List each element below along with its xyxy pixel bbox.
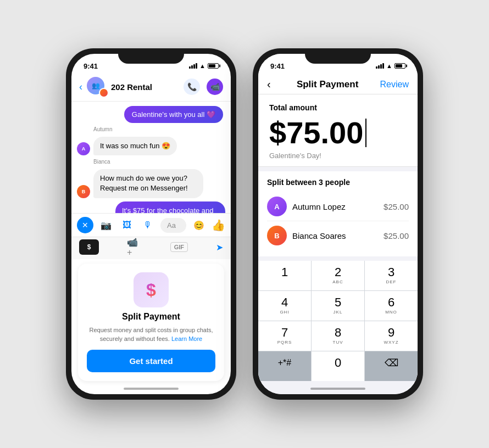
back-button-left[interactable]: ‹ (79, 81, 82, 93)
message-autumn: It was so much fun 😍 (93, 137, 177, 155)
message-row-bianca: B How much do we owe you? Request me on … (77, 169, 225, 198)
thumbs-up-icon[interactable]: 👍 (212, 219, 225, 232)
split-promo-title: Split Payment (122, 312, 180, 322)
key-7[interactable]: 7 PQRS (258, 321, 311, 351)
sender-label-bianca: Bianca (93, 159, 225, 165)
message-bianca: How much do we owe you? Request me on Me… (93, 169, 203, 198)
input-placeholder: Aa (167, 221, 176, 229)
home-indicator-left (71, 383, 231, 394)
person-name-autumn: Autumn Lopez (292, 202, 384, 211)
amount-value: $75.00 (269, 117, 363, 148)
message-row-sent: It's $75 for the chocolate and flowers, … (77, 201, 225, 214)
video-plus-icon[interactable]: 📹+ (127, 239, 142, 255)
left-phone: 9:41 ▲ ‹ 👥 (66, 48, 236, 400)
battery-right-icon (394, 63, 405, 69)
status-icons-left: ▲ (189, 63, 219, 69)
message-galentines: Galentine's with you all 💜 (124, 106, 223, 123)
split-nav-title: Split Payment (275, 79, 380, 90)
notch-right (305, 48, 371, 64)
chat-actions: 📞 📹 (184, 79, 223, 95)
key-symbols[interactable]: +*# (258, 351, 311, 381)
cursor-line (365, 119, 366, 147)
split-payment-promo: $ Split Payment Request money and split … (78, 264, 224, 381)
avatar-autumn-right: A (267, 197, 287, 216)
text-input[interactable]: Aa (160, 218, 186, 233)
right-phone: 9:41 ▲ ‹ S (253, 48, 423, 400)
split-screen: ‹ Split Payment Review Total amount $75.… (258, 74, 418, 383)
avatar-bianca-right: B (267, 226, 287, 245)
get-started-button[interactable]: Get started (87, 350, 215, 372)
key-3[interactable]: 3 DEF (365, 261, 418, 290)
amount-section: Total amount $75.00 Galentine's Day! (258, 94, 418, 167)
status-time-right: 9:41 (270, 62, 285, 70)
split-logo: $ (134, 272, 169, 307)
chat-header: ‹ 👥 202 Rental 📞 📹 (71, 74, 231, 102)
key-2[interactable]: 2 ABC (312, 261, 364, 290)
key-9[interactable]: 9 WXYZ (365, 321, 418, 351)
emoji-icon[interactable]: 😊 (191, 217, 207, 233)
photo-icon[interactable]: 🖼 (119, 217, 135, 233)
scene: 9:41 ▲ ‹ 👥 (0, 37, 489, 411)
person-amount-autumn: $25.00 (384, 202, 409, 211)
key-4[interactable]: 4 GHI (258, 291, 311, 321)
wifi-right-icon: ▲ (386, 63, 392, 69)
back-button-right[interactable]: ‹ (267, 78, 271, 91)
review-button[interactable]: Review (380, 80, 409, 89)
split-promo-desc: Request money and split costs in group c… (87, 326, 215, 343)
notch-left (118, 48, 184, 64)
avatar-bianca: B (77, 185, 90, 198)
split-section-title: Split between 3 people (267, 178, 409, 187)
signal-right-icon (376, 63, 384, 69)
person-row-autumn: A Autumn Lopez $25.00 (267, 192, 409, 221)
amount-display: $75.00 (269, 117, 407, 148)
learn-more-link[interactable]: Learn More (171, 335, 202, 342)
key-0[interactable]: 0 (312, 351, 364, 381)
split-section: Split between 3 people A Autumn Lopez $2… (258, 171, 418, 256)
gif-button[interactable]: GIF (170, 242, 188, 252)
wifi-icon: ▲ (199, 63, 205, 69)
mic-icon[interactable]: 🎙 (140, 217, 156, 233)
call-button[interactable]: 📞 (184, 79, 200, 95)
total-amount-label: Total amount (269, 103, 407, 112)
home-indicator-right (258, 383, 418, 394)
key-5[interactable]: 5 JKL (312, 291, 364, 321)
avatar-autumn: A (77, 142, 90, 155)
status-icons-right: ▲ (376, 63, 405, 69)
key-delete[interactable]: ⌫ (365, 351, 418, 381)
keypad: 1 2 ABC 3 DEF 4 GHI (258, 261, 418, 381)
chat-avatar-group: 👥 (87, 77, 107, 97)
split-nav: ‹ Split Payment Review (258, 74, 418, 94)
sender-label-autumn: Autumn (93, 126, 225, 132)
person-amount-bianca: $25.00 (384, 231, 409, 240)
status-time-left: 9:41 (84, 62, 98, 70)
signal-icon (189, 63, 197, 69)
message-row-autumn: A It was so much fun 😍 (77, 137, 225, 155)
chat-messages: Galentine's with you all 💜 Autumn A It w… (71, 102, 231, 213)
send-button[interactable]: ➤ (216, 242, 223, 253)
chat-title: 202 Rental (111, 82, 179, 92)
camera-icon[interactable]: 📷 (98, 217, 114, 233)
video-button[interactable]: 📹 (207, 79, 223, 95)
avatar-badge (99, 88, 109, 98)
key-8[interactable]: 8 TUV (312, 321, 364, 351)
split-dollar-icon: $ (146, 280, 156, 300)
cancel-icon[interactable]: ✕ (77, 217, 93, 233)
battery-icon (208, 63, 219, 69)
person-row-bianca: B Bianca Soares $25.00 (267, 221, 409, 250)
chat-bottom-bar: $ 📹+ GIF ➤ (71, 237, 231, 259)
key-6[interactable]: 6 MNO (365, 291, 418, 321)
message-sent: It's $75 for the chocolate and flowers, … (115, 201, 225, 214)
chat-toolbar: ✕ 📷 🖼 🎙 Aa 😊 👍 (71, 213, 231, 237)
person-name-bianca: Bianca Soares (292, 231, 384, 240)
key-1[interactable]: 1 (258, 261, 311, 290)
amount-sublabel: Galentine's Day! (269, 152, 407, 160)
money-icon[interactable]: $ (79, 239, 99, 255)
